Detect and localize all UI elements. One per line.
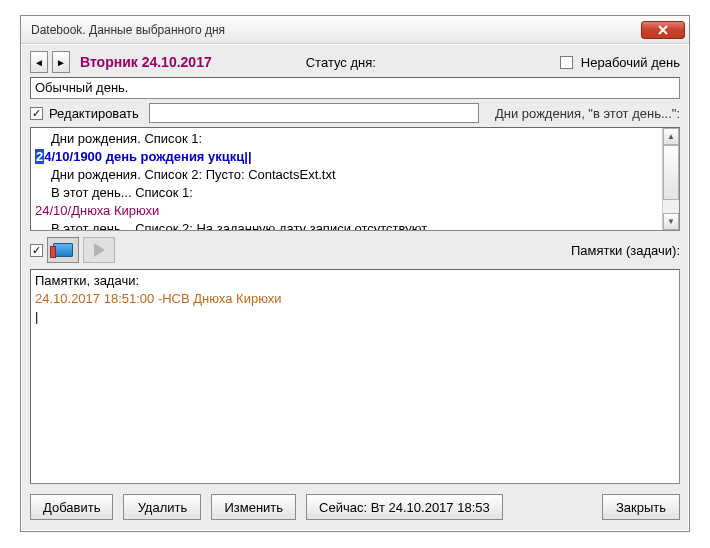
scroll-up-button[interactable]: ▲ [663, 128, 679, 145]
day-description-input[interactable]: Обычный день. [30, 77, 680, 99]
open-folder-button[interactable] [47, 237, 79, 263]
scroll-track[interactable] [663, 145, 679, 213]
now-button[interactable]: Сейчас: Вт 24.10.2017 18:53 [306, 494, 503, 520]
onthisday-entry: 24/10/Днюха Кирюхи [35, 202, 675, 220]
events-list2-header: Дни рождения. Список 2: Пусто: ContactsE… [51, 166, 675, 184]
delete-button[interactable]: Удалить [123, 494, 201, 520]
current-date: Вторник 24.10.2017 [80, 54, 212, 70]
onthisday-list1-header: В этот день... Список 1: [51, 184, 675, 202]
events-date-highlight: 2 [35, 149, 44, 164]
add-button[interactable]: Добавить [30, 494, 113, 520]
play-icon [94, 243, 105, 257]
onthisday-list2-header: В этот день... Список 2: На заданную дат… [51, 220, 675, 231]
notes-cursor: | [35, 308, 675, 326]
close-button[interactable]: Закрыть [602, 494, 680, 520]
birthdays-section-label: Дни рождения, "в этот день...": [495, 106, 680, 121]
window-title: Datebook. Данные выбранного дня [31, 23, 641, 37]
next-day-button[interactable]: ► [52, 51, 70, 73]
edit-row: Редактировать Дни рождения, "в этот день… [30, 103, 680, 123]
prev-day-button[interactable]: ◄ [30, 51, 48, 73]
content-area: ◄ ► Вторник 24.10.2017 Статус дня: Нераб… [21, 44, 689, 531]
scroll-thumb[interactable] [663, 145, 679, 200]
edit-checkbox[interactable] [30, 107, 43, 120]
events-birthday-entry: 24/10/1900 день рождения укцкц|| [35, 148, 675, 166]
edit-button[interactable]: Изменить [211, 494, 296, 520]
notes-entry: 24.10.2017 18:51:00 -НСВ Днюха Кирюхи [35, 290, 675, 308]
non-working-label: Нерабочий день [581, 55, 680, 70]
memo-section-label: Памятки (задачи): [571, 243, 680, 258]
memo-checkbox[interactable] [30, 244, 43, 257]
non-working-checkbox[interactable] [560, 56, 573, 69]
events-panel[interactable]: Дни рождения. Список 1: 24/10/1900 день … [30, 127, 680, 231]
close-icon [658, 25, 668, 35]
folder-icon [53, 243, 73, 257]
memo-toolbar: Памятки (задачи): [30, 235, 680, 265]
button-row: Добавить Удалить Изменить Сейчас: Вт 24.… [30, 488, 680, 520]
window-frame: Datebook. Данные выбранного дня ◄ ► Втор… [20, 15, 690, 532]
edit-label: Редактировать [49, 106, 139, 121]
close-window-button[interactable] [641, 21, 685, 39]
events-scrollbar[interactable]: ▲ ▼ [662, 128, 679, 230]
scroll-down-button[interactable]: ▼ [663, 213, 679, 230]
notes-header: Памятки, задачи: [35, 272, 675, 290]
play-button[interactable] [83, 237, 115, 263]
edit-field[interactable] [149, 103, 479, 123]
notes-panel[interactable]: Памятки, задачи: 24.10.2017 18:51:00 -НС… [30, 269, 680, 484]
titlebar[interactable]: Datebook. Данные выбранного дня [21, 16, 689, 44]
date-row: ◄ ► Вторник 24.10.2017 Статус дня: Нераб… [30, 51, 680, 73]
events-list1-header: Дни рождения. Список 1: [51, 130, 675, 148]
status-label: Статус дня: [306, 55, 376, 70]
